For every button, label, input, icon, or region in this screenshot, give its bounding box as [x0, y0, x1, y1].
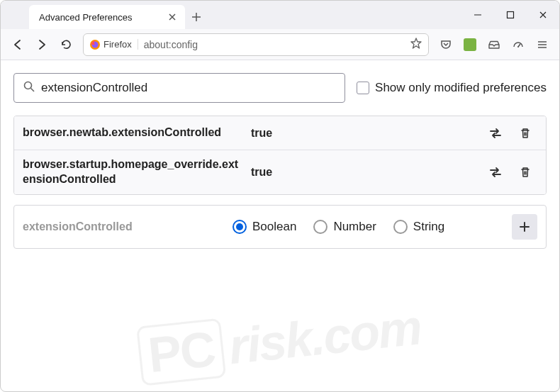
row-actions — [488, 125, 537, 141]
radio-input[interactable] — [393, 220, 408, 234]
watermark-domain: risk.com — [226, 299, 424, 374]
titlebar: Advanced Preferences — [1, 1, 559, 29]
reload-button[interactable] — [55, 33, 77, 56]
modified-only-checkbox-wrap[interactable]: Show only modified preferences — [357, 81, 547, 95]
svg-rect-0 — [508, 12, 514, 18]
watermark: PCrisk.com — [136, 298, 423, 384]
watermark-pc: PC — [136, 318, 226, 386]
table-row: browser.newtab.extensionControlled true — [14, 116, 546, 150]
pref-name: browser.startup.homepage_override.extens… — [23, 157, 242, 187]
new-tab-button[interactable] — [185, 5, 208, 29]
row-actions — [488, 164, 537, 180]
svg-point-4 — [25, 82, 32, 89]
delete-icon[interactable] — [517, 164, 533, 180]
menu-icon[interactable] — [531, 33, 554, 56]
close-icon[interactable] — [167, 11, 178, 23]
radio-input[interactable] — [233, 220, 247, 234]
pref-value: true — [242, 166, 488, 179]
results-table: browser.newtab.extensionControlled true … — [13, 116, 547, 195]
pref-name: browser.newtab.extensionControlled — [23, 125, 242, 140]
close-window-button[interactable] — [527, 1, 559, 29]
modified-only-checkbox[interactable] — [357, 82, 369, 94]
forward-button[interactable] — [30, 33, 53, 56]
url-text: about:config — [144, 39, 410, 50]
delete-icon[interactable] — [517, 125, 533, 141]
type-radio-group: Boolean Number String — [233, 220, 500, 234]
window-controls — [461, 1, 559, 29]
inbox-icon[interactable] — [483, 33, 505, 56]
radio-label: String — [413, 220, 444, 234]
firefox-badge: Firefox — [89, 39, 144, 50]
firefox-icon — [89, 39, 101, 50]
dashboard-icon[interactable] — [507, 33, 530, 56]
titlebar-spacer — [208, 1, 461, 29]
extension-icon[interactable] — [459, 33, 481, 56]
radio-number[interactable]: Number — [313, 220, 376, 234]
toggle-icon[interactable] — [488, 125, 503, 141]
firefox-label: Firefox — [103, 39, 138, 50]
toolbar: Firefox about:config — [1, 29, 559, 60]
search-icon — [23, 80, 35, 96]
browser-tab[interactable]: Advanced Preferences — [29, 5, 185, 29]
back-button[interactable] — [6, 33, 29, 56]
radio-boolean[interactable]: Boolean — [233, 220, 296, 234]
add-pref-row: extensionControlled Boolean Number Strin… — [13, 205, 547, 249]
search-input[interactable] — [41, 81, 336, 95]
minimize-button[interactable] — [461, 1, 494, 29]
pref-value: true — [242, 127, 488, 140]
new-pref-name: extensionControlled — [23, 220, 221, 233]
tab-title: Advanced Preferences — [39, 12, 161, 23]
bookmark-star-icon[interactable] — [410, 37, 422, 52]
modified-only-label: Show only modified preferences — [375, 81, 547, 95]
radio-label: Boolean — [252, 220, 296, 234]
add-button[interactable] — [512, 214, 537, 240]
radio-input[interactable] — [313, 220, 327, 234]
search-box[interactable] — [13, 73, 345, 103]
content-area: Show only modified preferences browser.n… — [1, 60, 559, 262]
radio-string[interactable]: String — [393, 220, 444, 234]
pocket-icon[interactable] — [435, 33, 457, 56]
maximize-button[interactable] — [494, 1, 527, 29]
radio-label: Number — [333, 220, 376, 234]
address-bar[interactable]: Firefox about:config — [83, 33, 429, 56]
table-row: browser.startup.homepage_override.extens… — [14, 150, 546, 194]
tab-spacer — [1, 1, 29, 29]
toggle-icon[interactable] — [488, 164, 503, 180]
search-row: Show only modified preferences — [13, 73, 547, 103]
